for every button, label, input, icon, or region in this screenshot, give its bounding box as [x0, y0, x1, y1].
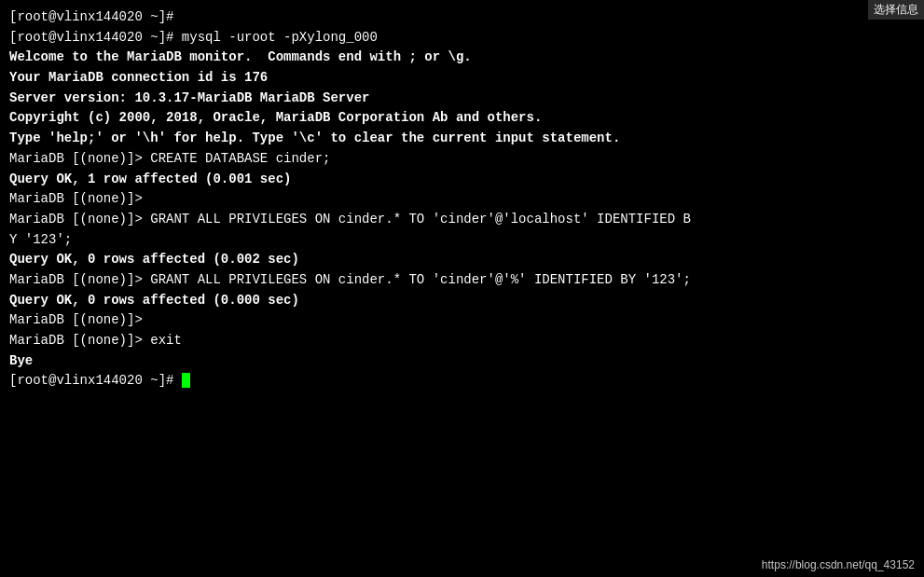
terminal-line: [root@vlinx144020 ~]#	[9, 371, 915, 392]
terminal-line: Type 'help;' or '\h' for help. Type '\c'…	[9, 129, 915, 149]
terminal-line: Server version: 10.3.17-MariaDB MariaDB …	[9, 89, 915, 109]
terminal-line: MariaDB [(none)]>	[9, 189, 915, 210]
terminal-line: Welcome to the MariaDB monitor. Commands…	[9, 48, 915, 68]
terminal-line: MariaDB [(none)]> GRANT ALL PRIVILEGES O…	[9, 270, 915, 291]
terminal-line: Query OK, 0 rows affected (0.000 sec)	[9, 291, 915, 311]
terminal-line: Query OK, 1 row affected (0.001 sec)	[9, 170, 915, 190]
terminal-line: Query OK, 0 rows affected (0.002 sec)	[9, 250, 915, 270]
top-bar: 选择信息	[868, 0, 924, 20]
terminal-line: [root@vlinx144020 ~]# mysql -uroot -pXyl…	[9, 28, 915, 48]
terminal-line: Your MariaDB connection id is 176	[9, 68, 915, 89]
terminal-line: MariaDB [(none)]> exit	[9, 331, 915, 351]
terminal-line: Bye	[9, 351, 915, 372]
bottom-bar-url: https://blog.csdn.net/qq_43152	[762, 558, 915, 571]
terminal-window: 选择信息 [root@vlinx144020 ~]#[root@vlinx144…	[0, 0, 924, 577]
terminal-line: Copyright (c) 2000, 2018, Oracle, MariaD…	[9, 108, 915, 129]
terminal-line: MariaDB [(none)]> CREATE DATABASE cinder…	[9, 149, 915, 170]
terminal-line: Y '123';	[9, 230, 915, 251]
terminal-cursor	[182, 373, 190, 388]
top-bar-label: 选择信息	[874, 3, 918, 16]
terminal-line: [root@vlinx144020 ~]#	[9, 7, 915, 28]
terminal-line: MariaDB [(none)]>	[9, 310, 915, 331]
terminal-content[interactable]: [root@vlinx144020 ~]#[root@vlinx144020 ~…	[0, 0, 924, 577]
terminal-line: MariaDB [(none)]> GRANT ALL PRIVILEGES O…	[9, 210, 915, 230]
